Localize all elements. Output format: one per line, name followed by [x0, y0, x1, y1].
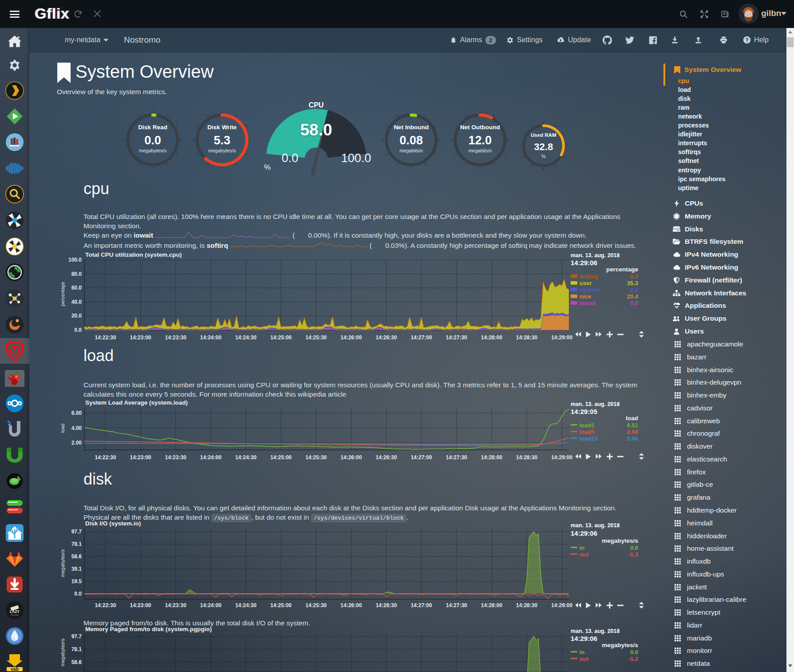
sidebar-item-calibre[interactable] — [0, 129, 29, 155]
fullscreen-icon[interactable] — [700, 10, 709, 20]
menu-app-elasticsearch[interactable]: elasticsearch — [674, 455, 727, 463]
menu-subitem-cpu[interactable]: cpu — [678, 77, 689, 84]
menu-item-disks[interactable]: Disks — [673, 225, 703, 233]
menu-subitem-idlejitter[interactable]: idlejitter — [678, 131, 702, 138]
menu-item-applications[interactable]: Applications — [673, 302, 726, 310]
print-icon[interactable] — [719, 28, 728, 52]
chart-forward-icon[interactable] — [596, 331, 602, 337]
menu-app-netdata[interactable]: netdata — [674, 660, 710, 668]
sidebar-item-unifi[interactable] — [0, 416, 29, 442]
chart-zoom-in-icon[interactable] — [607, 602, 613, 608]
chart-zoom-in-icon[interactable] — [607, 331, 613, 338]
sidebar-item-gitlab[interactable] — [0, 546, 29, 572]
menu-item-cpus[interactable]: CPUs — [673, 199, 703, 207]
sidebar-item-berries[interactable] — [0, 366, 29, 391]
menu-app-binhex-delugevpn[interactable]: binhex-delugevpn — [674, 378, 741, 386]
menu-item-btrfs-filesystem[interactable]: BTRFS filesystem — [673, 238, 743, 246]
chart-resize-icon[interactable] — [639, 602, 644, 608]
facebook-icon[interactable] — [649, 28, 657, 52]
menu-app-letsencrypt[interactable]: letsencrypt — [674, 608, 720, 616]
download-icon[interactable] — [671, 28, 679, 52]
menu-app-lazylibrarian-calibre[interactable]: lazylibrarian-calibre — [674, 596, 746, 604]
sidebar-item-pinwheel-yellow[interactable] — [0, 234, 29, 259]
menu-item-users[interactable]: Users — [673, 327, 704, 335]
menu-app-heimdall[interactable]: heimdall — [674, 519, 713, 527]
twitter-icon[interactable] — [625, 28, 634, 52]
chart-zoom-out-icon[interactable] — [617, 331, 623, 338]
help-button[interactable]: Help — [743, 28, 769, 52]
menu-subitem-entropy[interactable]: entropy — [678, 167, 701, 174]
sidebar-item-pinwheel-cyan[interactable] — [0, 207, 29, 233]
chart-forward-icon[interactable] — [596, 602, 602, 608]
sidebar-item-home[interactable] — [0, 28, 29, 54]
menu-app-cadvisor[interactable]: cadvisor — [674, 404, 713, 412]
chart-backward-icon[interactable] — [575, 331, 581, 337]
server-dropdown[interactable]: my-netdata — [65, 28, 108, 52]
chart-load[interactable]: 2.004.006.0014:22:3014:23:0014:23:3014:2… — [57, 398, 644, 463]
menu-app-binhex-airsonic[interactable]: binhex-airsonic — [674, 366, 733, 374]
menu-subitem-network[interactable]: network — [678, 113, 702, 120]
scrollbar-down-arrow[interactable] — [786, 662, 794, 669]
menu-app-gitlab-ce[interactable]: gitlab-ce — [674, 481, 713, 489]
chart-zoom-in-icon[interactable] — [607, 453, 613, 460]
username[interactable]: gilbn — [761, 8, 781, 18]
chart-zoom-out-icon[interactable] — [617, 453, 623, 460]
menu-app-calibreweb[interactable]: calibreweb — [674, 417, 720, 425]
scrollbar-thumb[interactable] — [787, 37, 794, 47]
menu-app-home-assistant[interactable]: home-assistant — [674, 545, 734, 553]
menu-app-apacheguacamole[interactable]: apacheguacamole — [674, 340, 743, 348]
update-button[interactable]: Update — [556, 28, 591, 52]
chart-cpu[interactable]: 0.020.040.060.080.0100.014:22:3014:23:00… — [57, 247, 644, 342]
gauge-used-ram[interactable]: Used RAM32.8% — [517, 119, 570, 172]
menu-app-diskover[interactable]: diskover — [674, 442, 713, 450]
menu-item-memory[interactable]: Memory — [673, 212, 711, 220]
sidebar-item-deluge[interactable] — [0, 623, 29, 649]
menu-app-mariadb[interactable]: mariadb — [674, 634, 712, 642]
gauge-disk-read[interactable]: Disk Read0.0megabytes/s — [122, 109, 184, 171]
sidebar-item-turtle[interactable] — [0, 468, 29, 494]
menu-app-influxdb[interactable]: influxdb — [674, 557, 711, 565]
tab-close-icon[interactable] — [93, 9, 103, 19]
sidebar-item-downloader[interactable] — [0, 572, 29, 597]
chart-zoom-out-icon[interactable] — [617, 602, 623, 608]
sidebar-item-sabnzbd[interactable]: sab — [0, 649, 29, 672]
alarms-button[interactable]: Alarms 2 — [450, 28, 496, 52]
search-icon[interactable] — [679, 10, 688, 21]
menu-app-grafana[interactable]: grafana — [674, 493, 711, 501]
menu-item-system-overview[interactable]: System Overview — [674, 66, 741, 74]
gauge-net-outbound[interactable]: Net Outbound12.0megabits/s — [449, 109, 511, 171]
menu-app-bazarr[interactable]: bazarr — [674, 353, 707, 361]
menu-app-hiddenloader[interactable]: hiddenloader — [674, 532, 727, 540]
page-scrollbar[interactable] — [786, 28, 794, 672]
menu-item-firewall-netfilter-[interactable]: Firewall (netfilter) — [673, 276, 742, 284]
menu-subitem-disk[interactable]: disk — [678, 95, 691, 102]
menu-item-user-groups[interactable]: User Groups — [673, 314, 727, 322]
menu-subitem-softirqs[interactable]: softirqs — [678, 148, 701, 155]
chart-resize-icon[interactable] — [639, 453, 644, 460]
sidebar-item-grafana[interactable] — [0, 312, 29, 338]
menu-app-firefox[interactable]: firefox — [674, 468, 706, 476]
sidebar-item-airsonic[interactable] — [0, 155, 29, 181]
chart-forward-icon[interactable] — [596, 453, 602, 459]
menu-app-hddtemp-docker[interactable]: hddtemp-docker — [674, 506, 737, 514]
sidebar-item-gear[interactable] — [0, 52, 29, 78]
menu-item-ipv6-networking[interactable]: IPv6 Networking — [673, 263, 738, 271]
tab-refresh-icon[interactable] — [73, 9, 83, 19]
sidebar-item-swirl-green[interactable] — [0, 259, 29, 285]
chart-disk[interactable]: 0.019.539.158.678.197.714:22:3014:23:001… — [57, 519, 644, 608]
upload-icon[interactable] — [694, 28, 703, 52]
github-icon[interactable] — [603, 28, 612, 52]
menu-app-binhex-emby[interactable]: binhex-emby — [674, 391, 727, 399]
chart-play-icon[interactable] — [586, 602, 591, 608]
chart-plot-load[interactable]: 2.004.006.0014:22:3014:23:0014:23:3014:2… — [57, 398, 644, 463]
sidebar-item-ubooquity[interactable] — [0, 442, 29, 468]
chart-plot-cpu[interactable]: 0.020.040.060.080.0100.014:22:3014:23:00… — [57, 247, 644, 342]
menu-item-ipv4-networking[interactable]: IPv4 Networking — [673, 251, 738, 258]
sidebar-item-nextcloud[interactable] — [0, 390, 29, 416]
sidebar-item-netdata-shield[interactable] — [0, 338, 29, 364]
sidebar-item-jackett[interactable] — [0, 181, 29, 207]
chart-play-icon[interactable] — [586, 453, 591, 460]
menu-hamburger-icon[interactable] — [10, 11, 20, 18]
menu-subitem-uptime[interactable]: uptime — [678, 184, 699, 191]
news-icon[interactable] — [721, 10, 729, 20]
